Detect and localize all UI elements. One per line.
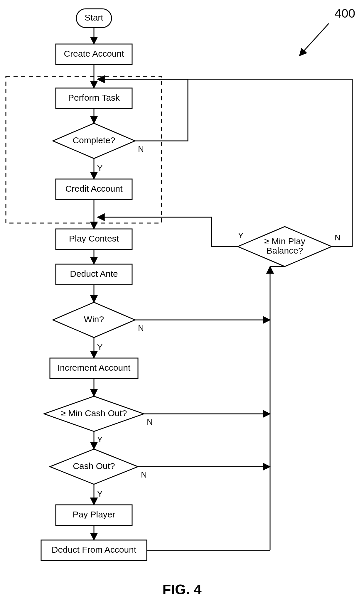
- cash-out-label: Cash Out?: [73, 461, 115, 471]
- min-cash-out-no-label: N: [147, 417, 153, 426]
- perform-task-label: Perform Task: [68, 93, 120, 102]
- cash-out-no-label: N: [141, 470, 147, 479]
- start-label: Start: [85, 13, 103, 22]
- increment-account-label: Increment Account: [58, 363, 131, 372]
- flowchart: 400 Start Create Account Perform Task Co…: [0, 0, 364, 614]
- svg-text:Y: Y: [97, 435, 103, 444]
- min-play-yes-label: Y: [238, 231, 244, 240]
- min-play-no-label: N: [335, 233, 341, 242]
- svg-line-0: [299, 23, 329, 56]
- svg-text:Y: Y: [97, 343, 103, 352]
- figure-caption: FIG. 4: [162, 582, 202, 597]
- complete-no-label: N: [138, 144, 144, 154]
- deduct-ante-label: Deduct Ante: [70, 269, 118, 279]
- play-contest-label: Play Contest: [69, 234, 119, 243]
- credit-account-label: Credit Account: [65, 184, 123, 193]
- win-no-label: N: [138, 323, 144, 333]
- create-account-label: Create Account: [64, 49, 124, 58]
- min-play-balance-label-1: ≥ Min Play: [264, 236, 305, 246]
- reference-number: 400: [335, 6, 355, 20]
- min-play-balance-label-2: Balance?: [266, 246, 303, 255]
- win-label: Win?: [84, 314, 104, 324]
- min-cash-out-label: ≥ Min Cash Out?: [61, 408, 127, 418]
- pay-player-label: Pay Player: [73, 510, 115, 519]
- deduct-from-account-label: Deduct From Account: [52, 545, 136, 554]
- svg-text:Y: Y: [97, 489, 103, 498]
- svg-text:Y: Y: [97, 163, 103, 173]
- complete-label: Complete?: [73, 135, 115, 145]
